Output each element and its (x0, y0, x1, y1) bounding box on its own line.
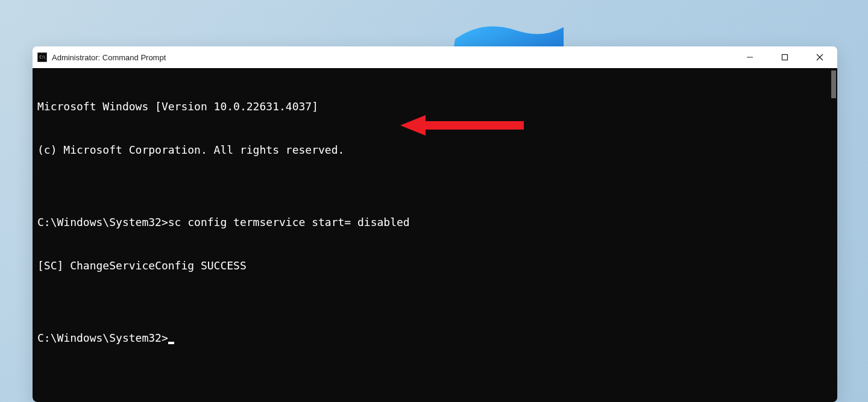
window-title: Administrator: Command Prompt (52, 53, 166, 62)
svg-rect-1 (782, 55, 788, 60)
cmd-icon: C:\ (37, 52, 47, 62)
maximize-icon (781, 54, 788, 61)
terminal-prompt: C:\Windows\System32> (37, 331, 168, 344)
maximize-button[interactable] (767, 46, 802, 68)
window-controls (732, 46, 837, 68)
close-icon (816, 54, 823, 61)
titlebar[interactable]: C:\ Administrator: Command Prompt (33, 46, 837, 68)
minimize-icon (746, 54, 753, 61)
svg-marker-4 (400, 115, 524, 136)
terminal-line: Microsoft Windows [Version 10.0.22631.40… (37, 99, 832, 114)
close-button[interactable] (802, 46, 837, 68)
command-prompt-window: C:\ Administrator: Command Prompt Micros… (33, 46, 837, 402)
terminal-line: [SC] ChangeServiceConfig SUCCESS (37, 259, 832, 273)
terminal-line: C:\Windows\System32>sc config termservic… (37, 215, 832, 230)
annotation-arrow (400, 113, 527, 145)
cursor (168, 342, 174, 344)
scrollbar-track[interactable] (829, 68, 837, 402)
terminal-line: (c) Microsoft Corporation. All rights re… (37, 143, 832, 157)
terminal-prompt-line: C:\Windows\System32> (37, 331, 832, 345)
cmd-icon-text: C:\ (39, 55, 45, 60)
minimize-button[interactable] (732, 46, 767, 68)
scrollbar-thumb[interactable] (831, 71, 836, 98)
